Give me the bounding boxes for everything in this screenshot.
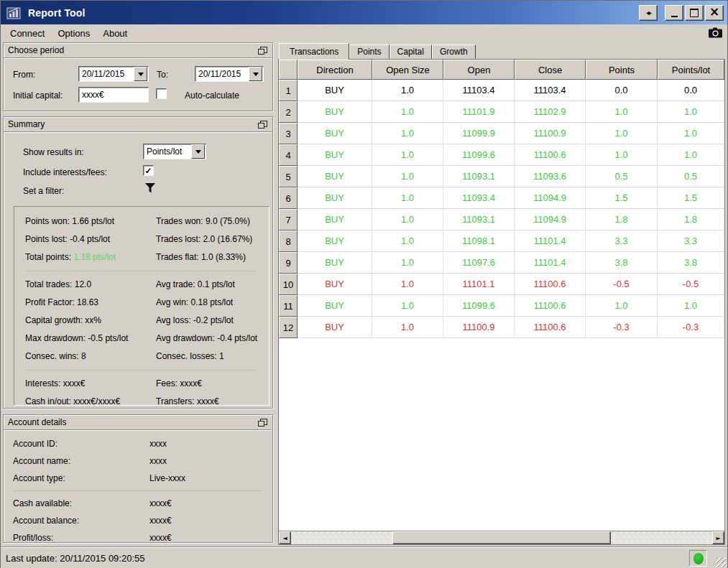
initial-capital-input[interactable]: xxxx€ [78, 87, 149, 103]
cell-close[interactable]: 11100.9 [515, 123, 586, 144]
scrollbar-thumb[interactable] [392, 531, 612, 544]
cell-direction[interactable]: BUY [298, 317, 372, 338]
cell-open-size[interactable]: 1.0 [372, 123, 443, 144]
dock-resize-button[interactable]: ◂▸ [639, 5, 658, 21]
cell-open-size[interactable]: 1.0 [372, 274, 443, 295]
cell-open-size[interactable]: 1.0 [372, 101, 443, 123]
cell-points-lot[interactable]: 1.0 [658, 295, 724, 317]
cell-close[interactable]: 11100.6 [515, 295, 586, 317]
cell-direction[interactable]: BUY [298, 252, 372, 274]
cell-direction[interactable]: BUY [298, 80, 372, 101]
cell-points[interactable]: 1.0 [586, 144, 658, 166]
from-date-dropdown-button[interactable] [134, 67, 147, 81]
cell-close[interactable]: 11093.6 [515, 166, 586, 187]
tab-capital[interactable]: Capital [390, 45, 432, 59]
to-date-select[interactable]: 20/11/2015 [195, 66, 264, 82]
cell-open[interactable]: 11101.9 [443, 101, 515, 123]
tab-points[interactable]: Points [349, 45, 389, 59]
include-interests-checkbox[interactable]: ✓ [143, 165, 154, 176]
row-number-cell[interactable]: 10 [279, 274, 298, 295]
cell-direction[interactable]: BUY [298, 101, 372, 123]
cell-points-lot[interactable]: 1.0 [658, 101, 724, 123]
cell-open[interactable]: 11103.4 [443, 80, 515, 101]
cell-close[interactable]: 11100.6 [515, 144, 586, 166]
cell-points-lot[interactable]: 1.0 [658, 123, 724, 144]
cell-open[interactable]: 11093.1 [443, 209, 515, 231]
titlebar[interactable]: Report Tool ◂▸ × [1, 1, 727, 24]
row-number-cell[interactable]: 8 [279, 231, 298, 252]
cell-close[interactable]: 11100.6 [515, 274, 586, 295]
cell-points-lot[interactable]: -0.5 [658, 274, 724, 295]
row-number-cell[interactable]: 4 [279, 144, 298, 166]
menu-options[interactable]: Options [51, 26, 96, 41]
cell-close[interactable]: 11102.9 [515, 101, 586, 123]
cell-open-size[interactable]: 1.0 [372, 317, 443, 338]
cell-open-size[interactable]: 1.0 [372, 252, 443, 274]
tab-transactions[interactable]: Transactions [279, 43, 349, 60]
cell-direction[interactable]: BUY [298, 123, 372, 144]
float-panel-icon[interactable] [260, 419, 267, 425]
scroll-right-button[interactable]: ► [712, 531, 724, 544]
cell-points[interactable]: 0.5 [586, 166, 658, 187]
cell-direction[interactable]: BUY [298, 295, 372, 317]
cell-open-size[interactable]: 1.0 [372, 187, 443, 209]
cell-direction[interactable]: BUY [298, 166, 372, 187]
menu-connect[interactable]: Connect [4, 26, 51, 41]
row-number-cell[interactable]: 7 [279, 209, 298, 231]
row-number-cell[interactable]: 11 [279, 295, 298, 317]
close-button[interactable]: × [705, 5, 724, 21]
col-header-points[interactable]: Points [586, 60, 658, 80]
maximize-button[interactable] [685, 5, 704, 21]
resize-grip[interactable] [716, 557, 726, 567]
col-header-direction[interactable]: Direction [298, 60, 372, 80]
cell-close[interactable]: 11103.4 [515, 80, 586, 101]
col-header-open-size[interactable]: Open Size [372, 60, 443, 80]
cell-points-lot[interactable]: 1.5 [658, 187, 724, 209]
cell-open[interactable]: 11093.4 [443, 187, 515, 209]
cell-direction[interactable]: BUY [298, 274, 372, 295]
cell-close[interactable]: 11100.6 [515, 317, 586, 338]
to-date-dropdown-button[interactable] [249, 67, 262, 81]
cell-close[interactable]: 11101.4 [515, 231, 586, 252]
row-number-cell[interactable]: 9 [279, 252, 298, 274]
float-panel-icon[interactable] [260, 47, 267, 53]
cell-points-lot[interactable]: 3.3 [658, 231, 724, 252]
row-number-cell[interactable]: 1 [279, 80, 298, 101]
row-number-cell[interactable]: 2 [279, 101, 298, 123]
cell-points[interactable]: 3.8 [586, 252, 658, 274]
float-panel-icon[interactable] [260, 121, 267, 127]
row-number-cell[interactable]: 12 [279, 317, 298, 338]
minimize-button[interactable] [665, 5, 683, 21]
cell-open-size[interactable]: 1.0 [372, 166, 443, 187]
cell-points[interactable]: 1.8 [586, 209, 658, 231]
cell-points[interactable]: 0.0 [586, 80, 658, 101]
cell-points[interactable]: 1.5 [586, 187, 658, 209]
cell-open[interactable]: 11101.1 [443, 274, 515, 295]
tab-growth[interactable]: Growth [432, 45, 476, 59]
cell-points[interactable]: 3.3 [586, 231, 658, 252]
cell-points-lot[interactable]: 0.5 [658, 166, 724, 187]
auto-calculate-checkbox[interactable] [156, 88, 167, 99]
col-header-points-lot[interactable]: Points/lot [658, 60, 724, 80]
cell-open[interactable]: 11099.6 [443, 144, 515, 166]
cell-open-size[interactable]: 1.0 [372, 209, 443, 231]
cell-open[interactable]: 11100.9 [443, 317, 515, 338]
cell-points-lot[interactable]: -0.3 [658, 317, 724, 338]
filter-funnel-icon[interactable] [144, 182, 156, 194]
cell-points-lot[interactable]: 3.8 [658, 252, 724, 274]
cell-points[interactable]: -0.5 [586, 274, 658, 295]
cell-points-lot[interactable]: 1.0 [658, 144, 724, 166]
cell-open[interactable]: 11099.6 [443, 295, 515, 317]
cell-points-lot[interactable]: 0.0 [658, 80, 724, 101]
cell-direction[interactable]: BUY [298, 144, 372, 166]
cell-open[interactable]: 11093.1 [443, 166, 515, 187]
cell-points-lot[interactable]: 1.8 [658, 209, 724, 231]
cell-points[interactable]: -0.3 [586, 317, 658, 338]
cell-points[interactable]: 1.0 [586, 295, 658, 317]
cell-open-size[interactable]: 1.0 [372, 144, 443, 166]
cell-open-size[interactable]: 1.0 [372, 231, 443, 252]
cell-close[interactable]: 11094.9 [515, 187, 586, 209]
cell-open[interactable]: 11097.6 [443, 252, 515, 274]
cell-open-size[interactable]: 1.0 [372, 80, 443, 101]
cell-open[interactable]: 11099.9 [443, 123, 515, 144]
